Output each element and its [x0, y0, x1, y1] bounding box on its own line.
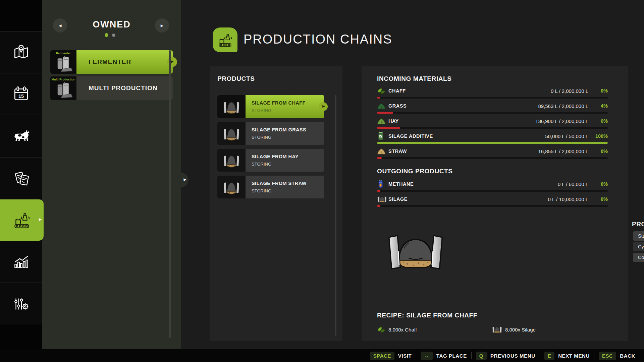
equipment-item-multi-production[interactable]: Multi Production MULTI PRODUCTION	[50, 76, 173, 100]
production-label: Costs per month	[633, 255, 644, 260]
settings-icon	[11, 294, 31, 314]
fermenter-image	[50, 55, 76, 73]
silage-icon	[377, 195, 387, 203]
outgoing-products-heading: OUTGOING PRODUCTS	[377, 168, 453, 175]
material-row-straw: STRAW 16,855 L / 2,000,000 L 0%	[377, 147, 608, 160]
product-item-silage-from-chaff[interactable]: SILAGE FROM CHAFF STORING ▶	[217, 95, 324, 118]
material-row-hay: HAY 136,900 L / 2,000,000 L 6%	[377, 117, 608, 130]
bunker-silo-image	[221, 179, 242, 195]
statistics-icon	[11, 252, 31, 272]
action-label: BACK	[620, 353, 635, 359]
material-name: GRASS	[388, 103, 407, 109]
keycap-tab-icon: ↔	[421, 352, 433, 360]
sidebar-item-calendar[interactable]: 15	[0, 73, 42, 115]
product-thumbnail	[217, 122, 246, 145]
product-status: STORING	[252, 162, 324, 167]
product-label: SILAGE FROM GRASS STORING	[246, 122, 324, 145]
recipe-output-amount: 8,000x Silage	[505, 327, 536, 333]
sidebar-item-map[interactable]	[0, 31, 42, 73]
page-dot	[112, 34, 115, 37]
recipe-input-amount: 8,000x Chaff	[388, 327, 417, 333]
product-item-silage-from-hay[interactable]: SILAGE FROM HAY STORING	[217, 149, 324, 172]
keycap-space: SPACE	[370, 352, 394, 360]
product-bar	[377, 205, 608, 207]
product-value: 0 L / 60,000 L	[558, 181, 588, 187]
material-bar	[377, 142, 608, 144]
page-icon-badge	[213, 27, 237, 52]
action-back[interactable]: ESC BACK	[599, 352, 635, 360]
fermenter-thumbnail: Fermenter	[50, 50, 76, 74]
main-content: PRODUCTION CHAINS PRODUCTS SILAGE FROM C…	[181, 0, 644, 349]
expand-pointer-icon: ▶	[184, 178, 186, 181]
bunker-silo-illustration	[384, 231, 447, 269]
product-name: SILAGE	[388, 196, 408, 202]
recipe-output: 8,000x Silage	[492, 324, 536, 335]
sidebar-item-settings[interactable]	[0, 283, 42, 324]
material-row-silage-additive: SILAGE ADDITIVE 50,000 L / 50,000 L 100%	[377, 132, 608, 145]
material-bar-fill	[377, 127, 400, 129]
product-bar-fill	[377, 190, 380, 192]
thumbnail-caption: Multi Production	[50, 78, 76, 81]
product-percent: 0%	[588, 181, 608, 187]
product-thumbnail	[217, 176, 246, 198]
action-label: TAG PLACE	[436, 353, 467, 359]
sidebar-item-contracts[interactable]	[0, 157, 42, 199]
selected-pointer-icon: ▶	[171, 60, 174, 63]
product-label: SILAGE FROM CHAFF STORING ▶	[246, 95, 324, 118]
product-title: SILAGE FROM STRAW	[252, 181, 324, 186]
product-title: SILAGE FROM GRASS	[252, 127, 324, 132]
material-value: 16,855 L / 2,000,000 L	[538, 148, 588, 154]
bunker-silo-image	[221, 153, 242, 168]
material-name: STRAW	[388, 148, 407, 154]
carousel-next-button[interactable]: ▶	[155, 18, 169, 33]
owned-scrollbar[interactable]	[169, 50, 171, 338]
action-next-menu[interactable]: E NEXT MENU	[544, 352, 590, 360]
active-pointer-icon: ▶	[39, 218, 42, 221]
product-status: STORING	[252, 135, 324, 140]
bunker-silo-image	[221, 126, 242, 141]
documents-icon	[11, 169, 31, 188]
material-percent: 0%	[588, 148, 608, 154]
multi-production-thumbnail: Multi Production	[50, 76, 76, 100]
material-bar	[377, 97, 608, 99]
map-icon	[11, 43, 31, 62]
product-bar	[377, 190, 608, 192]
equipment-item-fermenter[interactable]: Fermenter FERMENTER ▶	[50, 50, 173, 74]
sidebar-item-animals[interactable]	[0, 115, 42, 157]
action-label: VISIT	[398, 353, 412, 359]
equipment-label-bar: FERMENTER ▶	[76, 50, 173, 74]
product-title: SILAGE FROM CHAFF	[252, 100, 324, 106]
action-previous-menu[interactable]: Q PREVIOUS MENU	[476, 352, 535, 360]
product-item-silage-from-grass[interactable]: SILAGE FROM GRASS STORING	[217, 122, 324, 145]
equipment-label: FERMENTER	[89, 58, 131, 66]
product-row-silage: SILAGE 0 L / 10,000,000 L 0%	[377, 195, 608, 208]
icon-sidebar: 15	[0, 0, 42, 362]
owned-panel: ▶ OWNED ▶ Fermenter FERMENTER ▶ Multi Pr…	[42, 0, 181, 362]
product-percent: 0%	[588, 196, 608, 202]
product-item-silage-from-straw[interactable]: SILAGE FROM STRAW STORING	[217, 176, 324, 198]
sidebar-item-production[interactable]: ▶	[0, 199, 44, 241]
hay-icon	[377, 117, 386, 125]
panel-collapse-handle[interactable]: ▶	[174, 173, 189, 187]
action-visit[interactable]: SPACE VISIT	[370, 352, 412, 360]
chaff-icon	[377, 87, 386, 95]
svg-text:15: 15	[18, 94, 24, 99]
production-label: Status	[633, 233, 644, 239]
keycap-esc: ESC	[599, 352, 616, 360]
sidebar-item-statistics[interactable]	[0, 241, 42, 283]
material-value: 0 L / 2,000,000 L	[551, 88, 588, 94]
material-value: 50,000 L / 50,000 L	[545, 133, 588, 139]
chevron-right-icon: ▶	[161, 23, 163, 28]
divider	[471, 352, 472, 359]
equipment-label: MULTI PRODUCTION	[89, 84, 158, 92]
production-chains-icon	[217, 32, 233, 48]
products-scrollbar[interactable]	[335, 95, 336, 336]
methane-icon	[377, 180, 384, 188]
product-title: SILAGE FROM HAY	[252, 154, 324, 159]
production-heading: PRODUCTION	[632, 221, 644, 228]
action-tag-place[interactable]: ↔ TAG PLACE	[421, 352, 467, 360]
page-dot-active	[105, 33, 108, 37]
material-bar-fill	[377, 157, 382, 159]
material-bar	[377, 157, 608, 159]
product-row-methane: METHANE 0 L / 60,000 L 0%	[377, 180, 608, 193]
